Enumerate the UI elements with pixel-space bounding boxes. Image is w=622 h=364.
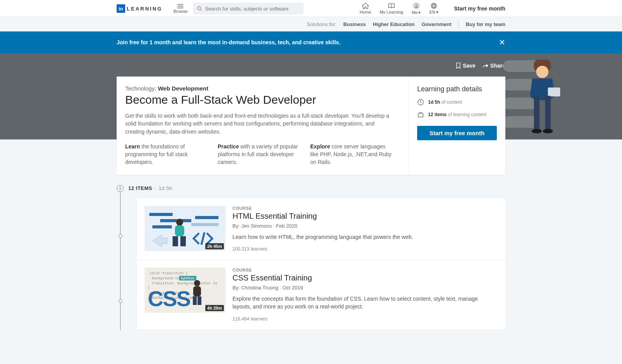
svg-rect-16 (160, 219, 191, 222)
svg-rect-26 (193, 296, 197, 305)
svg-rect-27 (197, 296, 201, 305)
logo[interactable]: in LEARNING (117, 4, 162, 13)
svg-rect-15 (149, 213, 173, 216)
item-description: Explore the concepts that form the found… (232, 295, 498, 310)
breadcrumb-topic[interactable]: Web Development (158, 85, 208, 92)
banner-text: Join free for 1 month and learn the most… (117, 39, 341, 45)
nav-my-learning[interactable]: My Learning (380, 3, 404, 14)
course-item[interactable]: .color-transition { background-colightbl… (137, 260, 505, 329)
details-duration: 1d 5h of content (417, 99, 497, 106)
breadcrumb-category: Technology: (125, 85, 156, 92)
svg-point-10 (532, 129, 542, 134)
item-author[interactable]: By: Jen Simmons (232, 223, 272, 229)
book-icon (388, 3, 395, 9)
items-header: 1 12 ITEMS · 1d 5h (117, 185, 505, 192)
breadcrumb: Technology: Web Development (125, 85, 400, 92)
list-icon (177, 3, 184, 9)
item-type-label: COURSE (232, 268, 498, 272)
item-description: Learn how to write HTML, the programming… (232, 233, 498, 241)
item-learners: 116.484 learners (232, 316, 498, 322)
duration-badge: 2h 45m (205, 243, 224, 249)
svg-rect-9 (548, 87, 560, 96)
item-meta: By: Jen Simmons · Feb 2020 (232, 223, 498, 229)
bookmark-icon (456, 63, 461, 69)
items-section: 1 12 ITEMS · 1d 5h (117, 185, 505, 330)
nav-me[interactable]: Me ▾ (412, 2, 421, 15)
svg-rect-23 (180, 236, 186, 246)
hero-illustration (513, 54, 571, 143)
path-overview-card: Technology: Web Development Become a Ful… (117, 77, 505, 175)
timeline-step-number: 1 (117, 185, 124, 192)
svg-point-2 (177, 8, 178, 9)
close-icon[interactable]: ✕ (499, 38, 505, 47)
nav-government[interactable]: Government (422, 21, 452, 27)
svg-rect-22 (173, 236, 178, 246)
item-type-label: COURSE (232, 206, 498, 211)
search-icon (197, 6, 202, 11)
avatar-icon (413, 2, 420, 9)
nav-me-label: Me (412, 10, 418, 15)
logo-icon: in (117, 4, 125, 13)
items-count-label: 12 ITEMS (128, 185, 152, 191)
path-details-sidebar: Learning path details 1d 5h of content 1… (408, 77, 505, 175)
item-date: Oct 2019 (283, 285, 303, 291)
course-item[interactable]: 2h 45m COURSE HTML Essential Training By… (137, 198, 505, 260)
secondary-nav: Solutions for: Business Higher Education… (0, 17, 622, 31)
share-icon (482, 63, 489, 68)
svg-rect-17 (152, 225, 172, 228)
solutions-for-label: Solutions for: (307, 21, 336, 27)
nav-my-learning-label: My Learning (380, 10, 404, 14)
item-title[interactable]: CSS Essential Training (232, 273, 498, 282)
item-meta: By: Christina Truong · Oct 2019 (232, 285, 498, 291)
timeline-node (119, 234, 122, 238)
nav-home-label: Home (360, 10, 371, 14)
home-icon (362, 3, 369, 9)
nav-lang-label: EN (429, 10, 435, 14)
start-free-month-link[interactable]: Start my free month (454, 5, 505, 12)
nav-business[interactable]: Business (343, 21, 366, 27)
share-button[interactable]: Share (482, 63, 505, 69)
search-bar[interactable] (193, 3, 304, 14)
item-title[interactable]: HTML Essential Training (232, 212, 498, 221)
details-items: 12 items of learning content (417, 111, 497, 118)
item-date: Feb 2020 (276, 223, 297, 229)
svg-rect-21 (175, 225, 184, 236)
svg-rect-19 (191, 223, 218, 226)
item-author[interactable]: By: Christina Truong (232, 285, 278, 291)
separator (458, 21, 459, 28)
promo-banner: Join free for 1 month and learn the most… (0, 31, 622, 53)
timeline-node (119, 299, 122, 303)
stack-icon (417, 111, 424, 118)
outcome-practice: Practice with a variety of popular platf… (218, 143, 299, 166)
outcome-learn: Learn the foundations of programming for… (125, 143, 207, 166)
path-title: Become a Full-Stack Web Developer (125, 93, 400, 106)
browse-label: Browse (173, 9, 188, 14)
top-nav: in LEARNING Browse Home My Learning Me ▾ (0, 0, 622, 17)
course-thumbnail: 2h 45m (145, 206, 225, 251)
svg-point-1 (177, 6, 178, 7)
save-button[interactable]: Save (456, 63, 475, 69)
svg-point-0 (177, 4, 178, 5)
logo-text: LEARNING (127, 6, 162, 12)
svg-rect-25 (193, 286, 201, 296)
svg-point-11 (543, 129, 553, 134)
globe-icon (430, 3, 437, 9)
nav-language[interactable]: EN ▾ (429, 3, 438, 15)
items-list: 2h 45m COURSE HTML Essential Training By… (137, 198, 505, 330)
nav-higher-education[interactable]: Higher Education (373, 21, 415, 27)
nav-home[interactable]: Home (360, 3, 371, 14)
nav-buy-for-team[interactable]: Buy for my team (466, 21, 505, 27)
search-input[interactable] (205, 6, 299, 12)
chevron-down-icon: ▾ (436, 10, 439, 15)
duration-badge: 4h 29m (205, 305, 224, 311)
details-title: Learning path details (417, 85, 497, 93)
save-label: Save (463, 63, 475, 69)
timeline-line (120, 192, 121, 330)
browse-button[interactable]: Browse (173, 3, 188, 14)
start-free-month-button[interactable]: Start my free month (417, 126, 497, 140)
person-illustration (187, 279, 207, 307)
svg-rect-18 (195, 216, 218, 219)
svg-rect-13 (418, 113, 423, 117)
svg-point-8 (536, 66, 549, 78)
svg-point-20 (176, 219, 183, 226)
